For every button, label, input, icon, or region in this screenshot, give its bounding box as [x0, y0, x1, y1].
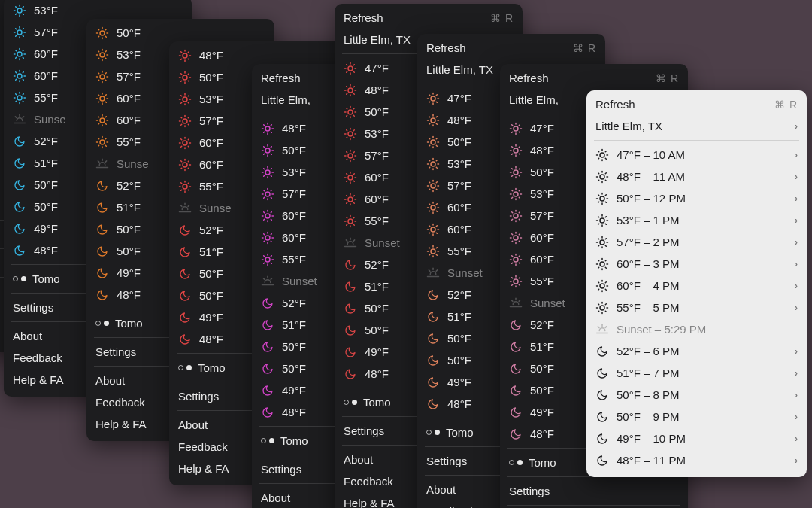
chevron-right-icon: ›: [795, 346, 798, 357]
svg-line-172: [181, 102, 182, 103]
svg-point-259: [265, 236, 270, 240]
hourly-row[interactable]: 50°F – 9 PM›: [586, 406, 807, 427]
svg-line-583: [598, 326, 599, 327]
chevron-right-icon: ›: [795, 193, 798, 204]
page-dots: [178, 365, 192, 370]
svg-line-445: [512, 146, 513, 147]
svg-line-405: [429, 203, 430, 204]
location-label: Little Elm, TX: [595, 120, 783, 132]
svg-line-324: [347, 159, 347, 160]
svg-line-329: [347, 173, 347, 174]
moon-icon: [595, 433, 609, 445]
svg-point-268: [265, 257, 270, 262]
svg-line-401: [436, 181, 437, 182]
moon-icon: [95, 224, 109, 236]
svg-point-344: [348, 219, 353, 224]
hourly-row[interactable]: 50°F – 8 PM›: [586, 384, 807, 406]
svg-point-572: [600, 306, 604, 310]
svg-line-558: [605, 267, 606, 268]
hourly-row[interactable]: 53°F – 1 PM›: [586, 209, 807, 231]
refresh-item[interactable]: Refresh⌘ R: [500, 67, 688, 89]
tomorrow-label: Tomo: [115, 317, 143, 330]
svg-line-88: [23, 116, 24, 117]
svg-line-92: [98, 29, 99, 29]
sun-icon: [595, 214, 609, 227]
svg-point-509: [600, 153, 604, 157]
svg-line-316: [353, 129, 354, 130]
refresh-label: Refresh: [426, 41, 565, 54]
svg-line-383: [436, 138, 437, 138]
svg-point-411: [431, 227, 435, 232]
hourly-row[interactable]: 57°F – 2 PM›: [586, 231, 807, 253]
hourly-row[interactable]: 47°F – 10 AM›: [586, 144, 807, 166]
svg-line-440: [512, 132, 513, 132]
moon-icon: [344, 324, 357, 336]
moon-icon: [13, 223, 26, 235]
refresh-item[interactable]: Refresh⌘ R: [417, 37, 605, 59]
svg-line-263: [271, 241, 271, 242]
page-dots: [261, 438, 274, 443]
location-item[interactable]: Little Elm, TX›: [586, 115, 807, 137]
svg-line-455: [519, 175, 520, 176]
svg-line-339: [353, 202, 354, 203]
hourly-row[interactable]: 60°F – 4 PM›: [586, 275, 807, 297]
sun-icon: [595, 236, 609, 249]
sun-icon: [13, 47, 26, 61]
svg-line-485: [512, 241, 513, 242]
hour-label: 60°F – 3 PM: [617, 257, 783, 270]
sunset-icon: [344, 236, 357, 250]
svg-line-463: [512, 190, 513, 190]
refresh-item[interactable]: Refresh⌘ R: [586, 93, 807, 115]
svg-line-205: [188, 190, 189, 190]
hourly-row[interactable]: 51°F – 7 PM›: [586, 362, 807, 384]
sun-icon: [344, 84, 357, 97]
hourly-row[interactable]: 52°F – 6 PM›: [586, 340, 807, 362]
svg-line-209: [188, 182, 189, 183]
svg-line-526: [605, 172, 606, 173]
refresh-item[interactable]: Refresh⌘ R: [335, 7, 523, 29]
svg-point-290: [348, 88, 353, 93]
svg-line-271: [264, 255, 265, 256]
svg-line-227: [271, 154, 271, 154]
separator: [594, 140, 799, 141]
svg-line-132: [98, 123, 99, 124]
hourly-row[interactable]: 48°F – 11 AM›: [586, 166, 807, 187]
sun-icon: [426, 179, 440, 193]
svg-line-342: [347, 202, 347, 203]
svg-line-74: [16, 79, 17, 80]
svg-line-392: [436, 160, 437, 160]
svg-line-293: [347, 86, 347, 87]
svg-line-285: [353, 71, 354, 72]
hourly-row[interactable]: 49°F – 10 PM›: [586, 427, 807, 449]
svg-line-65: [16, 57, 17, 58]
hourly-row[interactable]: 55°F – 5 PM›: [586, 297, 807, 318]
hourly-row[interactable]: 53°F: [4, 0, 192, 21]
svg-line-288: [347, 71, 347, 72]
sun-icon: [344, 127, 357, 141]
svg-line-83: [16, 101, 17, 102]
svg-line-52: [16, 28, 17, 29]
svg-line-561: [598, 267, 599, 268]
svg-line-159: [181, 73, 182, 74]
moon-icon: [13, 179, 26, 191]
hourly-row[interactable]: 48°F: [169, 44, 357, 66]
settings-item[interactable]: Settings: [500, 480, 688, 502]
svg-point-496: [514, 279, 518, 284]
hourly-row[interactable]: 48°F – 11 PM›: [586, 449, 807, 471]
svg-line-446: [519, 154, 520, 154]
svg-line-303: [353, 115, 354, 116]
svg-line-481: [512, 233, 513, 234]
sun-icon: [95, 92, 109, 105]
svg-line-348: [353, 224, 354, 225]
svg-point-469: [514, 214, 518, 218]
page-dots: [13, 276, 26, 281]
hourly-row[interactable]: 50°F: [86, 22, 274, 44]
hourly-row[interactable]: 50°F – 12 PM›: [586, 187, 807, 209]
hourly-row[interactable]: 60°F – 3 PM›: [586, 253, 807, 275]
svg-point-192: [183, 163, 187, 167]
svg-line-454: [512, 168, 513, 169]
svg-line-549: [605, 245, 606, 246]
sun-icon: [178, 114, 192, 128]
svg-line-75: [23, 71, 23, 72]
svg-line-289: [353, 64, 354, 65]
